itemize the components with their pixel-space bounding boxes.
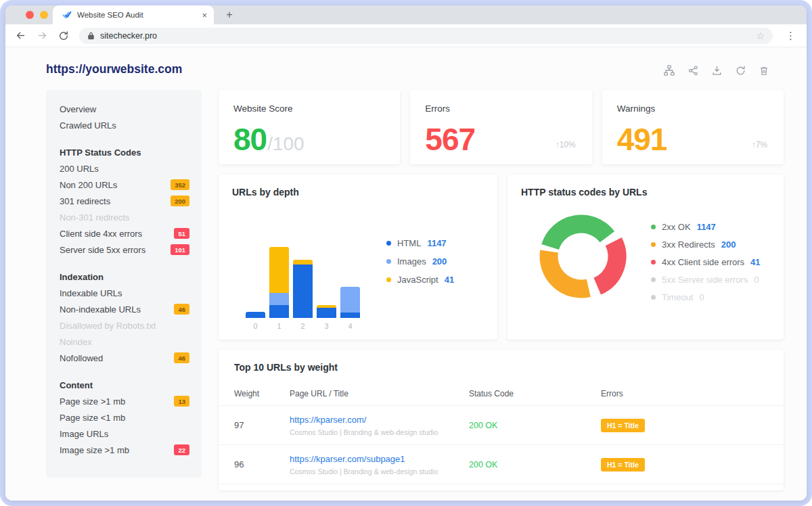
sidebar-item-indexable-urls[interactable]: Indexable URLs	[46, 285, 202, 301]
sidebar-item-301-redirects[interactable]: 301 redirects200	[46, 193, 202, 209]
sidebar-item-label: Image URLs	[60, 429, 189, 439]
legend-label: 5xx Server side errors	[662, 275, 748, 285]
sidebar-item-label: Crawled URLs	[60, 120, 189, 131]
bar-segment-javascript	[293, 260, 313, 264]
chart-title: URLs by depth	[232, 187, 299, 198]
back-icon[interactable]	[15, 30, 26, 41]
legend-item-5xx-server-side-errors[interactable]: 5xx Server side errors0	[651, 275, 761, 285]
legend-item-javascript[interactable]: JavaScript41	[386, 275, 454, 285]
sidebar-item-crawled-urls[interactable]: Crawled URLs	[46, 117, 202, 133]
legend-item-3xx-redirects[interactable]: 3xx Redirects200	[651, 239, 761, 250]
legend-value: 0	[754, 275, 759, 285]
seo-audit-page: https://yourwebsite.com Ov	[5, 47, 807, 501]
sitechecker-check-icon	[62, 10, 72, 20]
legend-item-timeout[interactable]: Timeout0	[651, 292, 761, 302]
share-icon[interactable]	[687, 64, 699, 76]
sidebar-item-server-side-5xx-errors[interactable]: Server side 5xx errors101	[46, 242, 202, 258]
sidebar-item-label: Non-301 redirects	[60, 212, 189, 223]
download-icon[interactable]	[710, 64, 723, 76]
cell-status-code: 200 OK	[469, 421, 601, 430]
sidebar-item-page-size-1-mb[interactable]: Page size >1 mb13	[46, 393, 202, 409]
score-card-label: Warnings	[617, 104, 769, 114]
address-url-text[interactable]: sitechecker.pro	[100, 31, 750, 41]
sidebar-count-badge: 46	[174, 352, 189, 363]
sidebar-item-non-indexable-urls[interactable]: Non-indexable URLs46	[46, 301, 202, 317]
sitemap-icon[interactable]	[663, 64, 675, 76]
sidebar-item-label: Nofollowed	[60, 353, 174, 363]
sidebar-item-http-status-codes: HTTP Status Codes	[46, 144, 202, 160]
star-icon[interactable]: ☆	[756, 31, 765, 41]
cell-errors: H1 = Title	[601, 419, 768, 432]
bar-segment-images	[269, 293, 289, 305]
sidebar-item-image-size-1-mb[interactable]: Image size >1 mb22	[46, 442, 202, 458]
bar-depth-3	[317, 305, 336, 318]
sidebar-item-non-200-urls[interactable]: Non 200 URLs352	[46, 177, 202, 193]
sidebar-item-overview[interactable]: Overview	[46, 101, 202, 117]
tab-title: Website SEO Audit	[77, 11, 196, 19]
new-tab-button[interactable]: +	[222, 7, 237, 22]
sidebar: OverviewCrawled URLsHTTP Status Codes200…	[46, 90, 202, 478]
sidebar-item-disallowed-by-robots-txt: Disallowed by Robots.txt	[46, 317, 202, 334]
sidebar-item-noindex: Noindex	[46, 334, 202, 350]
kebab-menu-icon[interactable]: ⋮	[783, 30, 798, 42]
page-url-link[interactable]: https://kparser.com/	[290, 415, 469, 425]
warnings-card: Warnings 491 ↑7%	[602, 90, 784, 164]
website-score-suffix: /100	[267, 133, 304, 155]
sidebar-item-label: Disallowed by Robots.txt	[60, 321, 189, 331]
sidebar-item-200-urls[interactable]: 200 URLs	[46, 160, 202, 177]
trash-icon[interactable]	[758, 64, 770, 76]
reload-icon[interactable]	[58, 30, 69, 41]
column-header-status-code: Status Code	[469, 389, 601, 398]
table-row: 97https://kparser.com/Cosmos Studio | Br…	[219, 405, 784, 444]
legend-label: HTML	[397, 238, 421, 248]
score-card-label: Website Score	[233, 104, 385, 114]
close-window-button[interactable]	[26, 11, 34, 19]
sidebar-item-label: HTTP Status Codes	[60, 147, 189, 158]
donut-chart-legend: 2xx OK11473xx Redirects2004xx Client sid…	[651, 222, 761, 302]
legend-item-html[interactable]: HTML1147	[386, 238, 454, 248]
sidebar-item-label: Indexable URLs	[60, 288, 189, 298]
urls-by-depth-card: URLs by depth 01234 HTML1147Images200Jav…	[219, 175, 497, 340]
sidebar-item-image-urls[interactable]: Image URLs	[46, 426, 202, 442]
page-url-link[interactable]: https://kparser.com/subpage1	[290, 454, 469, 464]
sidebar-item-nofollowed[interactable]: Nofollowed46	[46, 350, 202, 366]
bar-stack	[340, 287, 360, 318]
legend-item-4xx-client-side-errors[interactable]: 4xx Client side errors41	[651, 257, 761, 267]
legend-item-images[interactable]: Images200	[386, 256, 454, 267]
sidebar-item-label: Indexation	[60, 272, 189, 282]
sidebar-item-label: Content	[60, 380, 189, 390]
donut-chart	[531, 204, 635, 308]
sidebar-item-label: Image size >1 mb	[60, 445, 174, 455]
x-tick-label: 0	[246, 322, 265, 330]
sidebar-item-label: Server side 5xx errors	[60, 245, 171, 255]
minimize-window-button[interactable]	[40, 11, 48, 19]
bar-stack	[269, 247, 289, 318]
legend-label: 4xx Client side errors	[662, 257, 744, 267]
forward-icon[interactable]	[37, 30, 48, 41]
cell-page-url: https://kparser.com/Cosmos Studio | Bran…	[290, 415, 469, 436]
browser-tab[interactable]: Website SEO Audit ×	[53, 5, 214, 24]
x-tick-label: 1	[269, 322, 289, 330]
address-bar[interactable]: sitechecker.pro ☆	[79, 28, 773, 44]
legend-dot	[386, 277, 391, 282]
legend-value: 1147	[427, 238, 446, 248]
screenshot-frame: Website SEO Audit × + sitechecker.pro ☆	[0, 0, 812, 506]
refresh-icon[interactable]	[734, 64, 746, 76]
legend-item-2xx-ok[interactable]: 2xx OK1147	[651, 222, 761, 232]
sidebar-item-page-size-1-mb[interactable]: Page size <1 mb	[46, 409, 202, 426]
bar-segment-html	[340, 313, 360, 318]
errors-card: Errors 567 ↑10%	[410, 90, 591, 164]
donut-segment-3xx-redirects	[549, 251, 589, 289]
x-tick-label: 4	[340, 322, 360, 330]
sidebar-item-label: Overview	[60, 104, 189, 114]
sidebar-item-content: Content	[46, 377, 202, 393]
bar-segment-html	[246, 312, 265, 318]
bar-depth-2	[293, 260, 313, 318]
tab-close-icon[interactable]: ×	[202, 11, 207, 20]
sidebar-item-client-side-4xx-errors[interactable]: Client side 4xx errors51	[46, 225, 202, 242]
chart-title: HTTP status codes by URLs	[521, 187, 647, 198]
bar-stack	[293, 260, 313, 318]
score-card-label: Errors	[425, 104, 577, 114]
bar-depth-1	[269, 247, 289, 318]
bar-depth-4	[340, 287, 360, 318]
